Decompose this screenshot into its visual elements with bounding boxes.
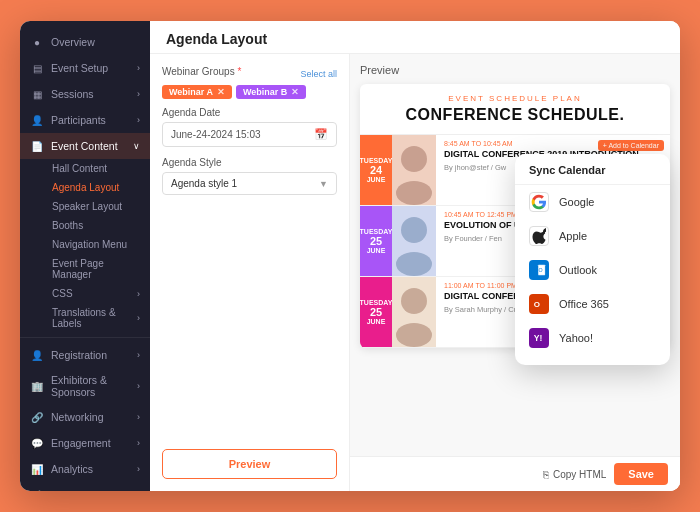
svg-text:O: O (534, 300, 540, 309)
sidebar-item-hall-content[interactable]: Hall Content (42, 159, 150, 178)
registration-icon: 👤 (30, 348, 44, 362)
session-avatar-3 (392, 277, 436, 347)
sidebar-item-label: Networking (51, 411, 104, 423)
tag-remove-a[interactable]: ✕ (217, 87, 225, 97)
session-avatar-1 (392, 135, 436, 205)
sidebar-item-participants[interactable]: 👤 Participants › (20, 107, 150, 133)
sync-office365-item[interactable]: O Office 365 (515, 287, 670, 321)
sync-outlook-item[interactable]: O Outlook (515, 253, 670, 287)
copy-html-button[interactable]: ⎘ Copy HTML (543, 469, 606, 480)
engagement-icon: 💬 (30, 436, 44, 450)
sidebar-item-label: Agenda Layout (52, 182, 119, 193)
session-day-num: 25 (370, 306, 382, 318)
apple-calendar-icon (529, 226, 549, 246)
sidebar-item-label: Marketing (51, 489, 97, 491)
sidebar-item-label: Translations & Labels (52, 307, 137, 329)
svg-point-7 (401, 288, 427, 314)
sidebar-item-label: Engagement (51, 437, 111, 449)
save-button[interactable]: Save (614, 463, 668, 485)
chevron-icon: › (137, 381, 140, 391)
sidebar-item-label: Registration (51, 349, 107, 361)
session-day-label: TUESDAY (360, 157, 392, 164)
schedule-title: CONFERENCE SCHEDULE. (370, 106, 660, 124)
session-month: JUNE (367, 176, 386, 183)
chevron-icon: › (137, 464, 140, 474)
session-avatar-2 (392, 206, 436, 276)
sidebar-item-registration[interactable]: 👤 Registration › (20, 342, 150, 368)
sidebar-divider (20, 337, 150, 338)
sync-calendar-dropdown: Sync Calendar Google (515, 154, 670, 365)
chevron-icon: › (137, 490, 140, 491)
preview-btn-wrapper: Preview (162, 449, 337, 479)
analytics-icon: 📊 (30, 462, 44, 476)
session-day-num: 24 (370, 164, 382, 176)
sidebar-item-booths[interactable]: Booths (42, 216, 150, 235)
sidebar-item-label: Overview (51, 36, 95, 48)
outlook-label: Outlook (559, 264, 597, 276)
yahoo-label: Yahoo! (559, 332, 593, 344)
overview-icon: ● (30, 35, 44, 49)
sidebar-item-exhibitors[interactable]: 🏢 Exhibitors & Sponsors › (20, 368, 150, 404)
preview-button[interactable]: Preview (162, 449, 337, 479)
sidebar-item-event-page-manager[interactable]: Event Page Manager (42, 254, 150, 284)
sidebar-item-overview[interactable]: ● Overview (20, 29, 150, 55)
sidebar-item-nav-menu[interactable]: Navigation Menu (42, 235, 150, 254)
sidebar-item-label: Event Page Manager (52, 258, 140, 280)
preview-label: Preview (360, 64, 670, 76)
sidebar-item-event-content[interactable]: 📄 Event Content ∨ (20, 133, 150, 159)
participants-icon: 👤 (30, 113, 44, 127)
schedule-header: Event Schedule Plan CONFERENCE SCHEDULE. (360, 84, 670, 135)
webinar-groups-header: Webinar Groups * Select all (162, 66, 337, 81)
sync-yahoo-item[interactable]: Y! Yahoo! (515, 321, 670, 355)
agenda-style-value: Agenda style 1 (171, 178, 237, 189)
sidebar-item-label: Analytics (51, 463, 93, 475)
svg-point-8 (396, 323, 432, 347)
sidebar-item-analytics[interactable]: 📊 Analytics › (20, 456, 150, 482)
networking-icon: 🔗 (30, 410, 44, 424)
tag-remove-b[interactable]: ✕ (291, 87, 299, 97)
sidebar-item-label: Event Setup (51, 62, 108, 74)
tag-webinar-b: Webinar B ✕ (236, 85, 306, 99)
sync-google-item[interactable]: Google (515, 185, 670, 219)
sidebar-item-event-setup[interactable]: ▤ Event Setup › (20, 55, 150, 81)
yahoo-calendar-icon: Y! (529, 328, 549, 348)
svg-text:O: O (539, 267, 543, 273)
event-setup-icon: ▤ (30, 61, 44, 75)
sync-apple-item[interactable]: Apple (515, 219, 670, 253)
agenda-date-field[interactable]: June-24-2024 15:03 📅 (162, 122, 337, 147)
select-all-link[interactable]: Select all (300, 69, 337, 79)
sidebar-item-translations[interactable]: Translations & Labels › (42, 303, 150, 333)
chevron-down-icon: ▼ (319, 179, 328, 189)
webinar-groups-label: Webinar Groups * (162, 66, 241, 77)
page-title: Agenda Layout (166, 31, 267, 47)
agenda-style-select[interactable]: Agenda style 1 ▼ (162, 172, 337, 195)
sidebar-item-speaker-layout[interactable]: Speaker Layout (42, 197, 150, 216)
sidebar-item-engagement[interactable]: 💬 Engagement › (20, 430, 150, 456)
google-label: Google (559, 196, 594, 208)
outlook-calendar-icon: O (529, 260, 549, 280)
session-date-3: TUESDAY 25 JUNE (360, 277, 392, 347)
event-content-submenu: Hall Content Agenda Layout Speaker Layou… (20, 159, 150, 333)
sidebar-item-sessions[interactable]: ▦ Sessions › (20, 81, 150, 107)
session-date-2: TUESDAY 25 JUNE (360, 206, 392, 276)
sessions-icon: ▦ (30, 87, 44, 101)
chevron-icon: › (137, 289, 140, 299)
svg-point-5 (396, 252, 432, 276)
sidebar-item-label: Hall Content (52, 163, 107, 174)
tag-webinar-a: Webinar A ✕ (162, 85, 232, 99)
sidebar-item-marketing[interactable]: 📣 Marketing › (20, 482, 150, 491)
content-area: Agenda Layout Webinar Groups * Select al… (150, 21, 680, 491)
office365-calendar-icon: O (529, 294, 549, 314)
exhibitors-icon: 🏢 (30, 379, 44, 393)
sidebar-item-css[interactable]: CSS › (42, 284, 150, 303)
copy-icon: ⎘ (543, 469, 549, 480)
svg-text:Y!: Y! (534, 333, 543, 343)
sidebar-item-networking[interactable]: 🔗 Networking › (20, 404, 150, 430)
right-panel: Preview Event Schedule Plan CONFERENCE S… (350, 54, 680, 491)
chevron-icon: ∨ (133, 141, 140, 151)
chevron-icon: › (137, 89, 140, 99)
session-date-1: TUESDAY 24 JUNE (360, 135, 392, 205)
add-to-calendar-btn-1[interactable]: + Add to Calendar (598, 140, 664, 151)
chevron-icon: › (137, 63, 140, 73)
sidebar-item-agenda-layout[interactable]: Agenda Layout (42, 178, 150, 197)
